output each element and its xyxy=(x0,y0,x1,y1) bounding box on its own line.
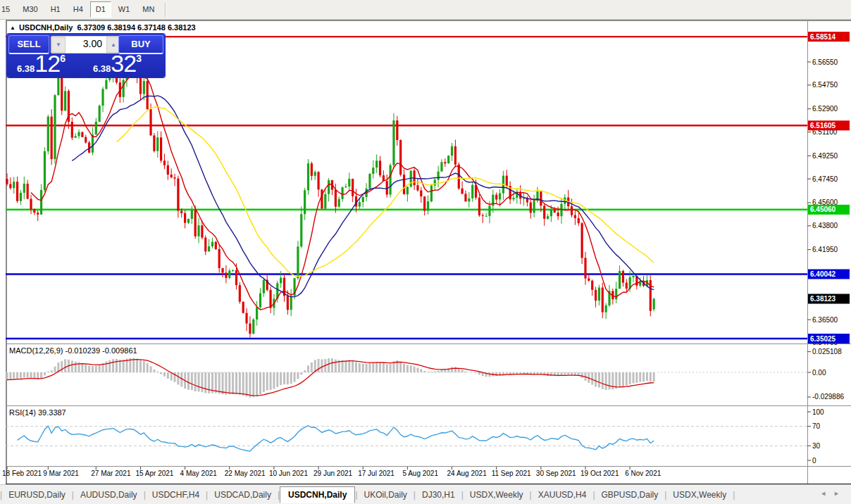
volume-value[interactable]: 3.00 xyxy=(66,37,106,53)
rsi-label: RSI(14) 39.3387 xyxy=(9,408,66,417)
chart-tab-gbpusd-daily[interactable]: GBPUSD,Daily xyxy=(595,487,665,503)
date-axis-label: 30 Sep 2021 xyxy=(536,470,576,477)
macd-axis-tick: 0.025108 xyxy=(812,348,842,355)
chart-tab-usdchf-h4[interactable]: USDCHF,H4 xyxy=(146,487,206,503)
date-axis-label: 29 Jun 2021 xyxy=(313,470,352,477)
chart-tab-ukoil-daily[interactable]: UKOil,Daily xyxy=(358,487,414,503)
price-axis-tick: 6.43800 xyxy=(812,222,838,229)
chart-tab-usdx-weekly[interactable]: USDX,Weekly xyxy=(666,487,733,503)
moving-average-33 xyxy=(117,107,654,277)
date-axis-label: 22 May 2021 xyxy=(225,470,266,477)
macd-label: MACD(12,26,9) -0.010239 -0.009861 xyxy=(9,346,137,355)
price-axis-tick: 6.54750 xyxy=(812,81,838,89)
chart-tab-dj30-h1[interactable]: DJ30,H1 xyxy=(416,487,461,503)
svg-text:6.58514: 6.58514 xyxy=(810,33,836,41)
buy-price[interactable]: 6.38323 xyxy=(93,53,142,75)
date-axis-label: 19 Oct 2021 xyxy=(580,470,619,477)
date-axis-label: 9 Mar 2021 xyxy=(43,470,79,477)
date-axis-label: 17 Jul 2021 xyxy=(358,470,395,477)
svg-text:6.51605: 6.51605 xyxy=(810,122,836,130)
date-axis-label: 4 May 2021 xyxy=(180,470,218,477)
chart-tab-usdx-weekly[interactable]: USDX,Weekly xyxy=(464,487,530,503)
svg-text:6.45060: 6.45060 xyxy=(810,206,836,213)
chart-title: ▲USDCNH,Daily 6.37309 6.38194 6.37148 6.… xyxy=(10,23,196,32)
date-axis-label: 11 Sep 2021 xyxy=(492,470,531,477)
collapse-triangle-icon[interactable]: ▲ xyxy=(10,25,15,31)
chart-tab-bar: | EURUSD,Daily|AUDUSD,Daily|USDCHF,H4|US… xyxy=(0,484,851,504)
chart-tab-usdcnh-daily[interactable]: USDCNH,Daily xyxy=(280,486,355,503)
chart-tab-xauusd-h4[interactable]: XAUUSD,H4 xyxy=(532,487,593,503)
date-axis-label: 27 Mar 2021 xyxy=(91,470,131,477)
chart-tab-eurusd-daily[interactable]: EURUSD,Daily xyxy=(2,487,72,503)
tab-scroll-right-icon: ► xyxy=(833,490,847,497)
chart-symbol-label: USDCNH,Daily xyxy=(19,23,73,32)
macd-axis-tick: -0.029886 xyxy=(812,393,844,401)
price-axis-tick: 6.56550 xyxy=(812,58,838,66)
rsi-line xyxy=(18,426,654,451)
price-axis-tick: 6.52900 xyxy=(812,105,838,113)
sell-price[interactable]: 6.38126 xyxy=(17,53,66,75)
rsi-axis-tick: 70 xyxy=(812,422,821,430)
tab-scroll-left-icon: ◄ xyxy=(820,490,833,497)
svg-text:6.40042: 6.40042 xyxy=(810,270,836,278)
price-axis-tick: 6.49250 xyxy=(812,152,838,160)
terminal-window: 15M30H1H4D1W1MN 6.565506.547506.529006.5… xyxy=(0,0,851,504)
macd-signal-line xyxy=(7,360,654,396)
date-axis-label: 18 Feb 2021 xyxy=(2,470,42,477)
one-click-trading-panel: SELL ▼ 3.00 ▲ BUY 6.38126 6.38323 xyxy=(7,34,165,77)
chart-tab-usdcad-daily[interactable]: USDCAD,Daily xyxy=(208,487,278,503)
tab-separator: | xyxy=(733,490,735,500)
date-axis-label: 6 Nov 2021 xyxy=(625,470,661,477)
candlestick-series xyxy=(6,56,654,338)
svg-text:6.38123: 6.38123 xyxy=(810,295,836,303)
chart-tab-audusd-daily[interactable]: AUDUSD,Daily xyxy=(74,487,144,503)
rsi-axis-tick: 0 xyxy=(812,457,816,465)
date-axis-label: 24 Aug 2021 xyxy=(447,470,487,477)
rsi-axis-tick: 30 xyxy=(812,442,821,450)
svg-text:6.35025: 6.35025 xyxy=(810,335,836,343)
chart-ohlc-values: 6.37309 6.38194 6.37148 6.38123 xyxy=(77,23,195,32)
date-axis-label: 15 Apr 2021 xyxy=(135,470,173,477)
price-axis-tick: 6.41950 xyxy=(812,246,838,253)
price-axis-tick: 6.36500 xyxy=(812,316,838,324)
date-axis-label: 5 Aug 2021 xyxy=(402,470,438,477)
price-axis-tick: 6.47450 xyxy=(812,175,838,183)
date-axis-label: 10 Jun 2021 xyxy=(269,470,308,477)
tab-scroll-arrows[interactable]: ◄► xyxy=(820,490,847,497)
rsi-axis-tick: 100 xyxy=(812,408,824,416)
macd-axis-tick: 0.00 xyxy=(812,369,826,377)
